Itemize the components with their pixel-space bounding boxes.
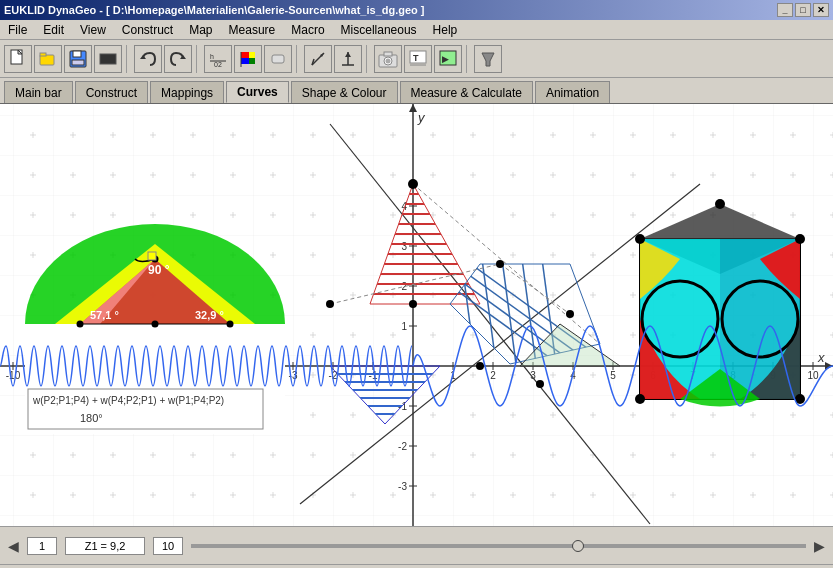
tab-construct[interactable]: Construct (75, 81, 148, 103)
svg-text:h: h (210, 53, 214, 60)
menu-measure[interactable]: Measure (225, 21, 280, 39)
svg-text:3: 3 (401, 241, 407, 252)
eraser-tool[interactable] (264, 45, 292, 73)
arrow-tool-1[interactable] (304, 45, 332, 73)
menu-edit[interactable]: Edit (39, 21, 68, 39)
slider-track (191, 544, 806, 548)
label-tool[interactable]: h 02 (204, 45, 232, 73)
svg-point-165 (536, 380, 544, 388)
menu-view[interactable]: View (76, 21, 110, 39)
svg-rect-6 (73, 51, 81, 57)
tab-animation[interactable]: Animation (535, 81, 610, 103)
slider-current-label: Z1 = 9,2 (65, 537, 145, 555)
svg-text:-2: -2 (398, 441, 407, 452)
svg-text:-10: -10 (6, 370, 21, 381)
redo-button[interactable] (164, 45, 192, 73)
slider-area: ◀ 1 Z1 = 9,2 10 ▶ (0, 526, 833, 564)
svg-rect-15 (241, 58, 249, 64)
tab-mappings[interactable]: Mappings (150, 81, 224, 103)
svg-text:57,1 °: 57,1 ° (90, 309, 119, 321)
svg-point-164 (476, 362, 484, 370)
svg-point-174 (635, 234, 645, 244)
svg-rect-29 (384, 52, 392, 56)
toolbar-separator-1 (126, 45, 130, 73)
svg-rect-14 (241, 52, 249, 58)
slider-track-container[interactable] (191, 536, 806, 556)
slider-min-value: 1 (27, 537, 57, 555)
svg-rect-112 (148, 252, 156, 260)
svg-text:-1: -1 (369, 370, 378, 381)
save-button[interactable] (64, 45, 92, 73)
svg-text:10: 10 (807, 370, 819, 381)
svg-text:x: x (817, 350, 825, 365)
open-button[interactable] (34, 45, 62, 73)
close-button[interactable]: ✕ (813, 3, 829, 17)
svg-text:-3: -3 (398, 481, 407, 492)
svg-marker-24 (345, 52, 351, 57)
arrow-tool-2[interactable] (334, 45, 362, 73)
undo-button[interactable] (134, 45, 162, 73)
svg-point-163 (409, 300, 417, 308)
svg-point-161 (496, 260, 504, 268)
svg-text:180°: 180° (80, 412, 103, 424)
tab-curves[interactable]: Curves (226, 81, 289, 103)
tab-main-bar[interactable]: Main bar (4, 81, 73, 103)
svg-point-162 (566, 310, 574, 318)
new-button[interactable] (4, 45, 32, 73)
main-canvas-svg: y x -10 -9 -8 -7 -6 -5 -4 -3 -2 (0, 104, 833, 526)
svg-marker-35 (482, 53, 494, 66)
slider-right-arrow[interactable]: ▶ (814, 538, 825, 554)
svg-point-176 (635, 394, 645, 404)
slider-max-value: 10 (153, 537, 183, 555)
titlebar-title: EUKLID DynaGeo - [ D:\Homepage\Materiali… (4, 4, 425, 16)
svg-text:90 °: 90 ° (148, 263, 170, 277)
svg-text:32,9 °: 32,9 ° (195, 309, 224, 321)
svg-text:▶: ▶ (442, 54, 449, 64)
svg-text:2: 2 (490, 370, 496, 381)
titlebar: EUKLID DynaGeo - [ D:\Homepage\Materiali… (0, 0, 833, 20)
svg-text:w(P2;P1;P4) + w(P4;P2;P1) + w(: w(P2;P1;P4) + w(P4;P2;P1) + w(P1;P4;P2) (32, 395, 224, 406)
statusbar: 9,45 : 7,96 Drag mode (0, 564, 833, 568)
svg-rect-16 (249, 52, 255, 58)
svg-point-178 (715, 199, 725, 209)
menu-miscellaneous[interactable]: Miscellaneous (337, 21, 421, 39)
marker-tool[interactable] (234, 45, 262, 73)
menu-help[interactable]: Help (429, 21, 462, 39)
svg-rect-4 (40, 53, 46, 56)
menubar: File Edit View Construct Map Measure Mac… (0, 20, 833, 40)
maximize-button[interactable]: □ (795, 3, 811, 17)
camera-tool[interactable] (374, 45, 402, 73)
tab-measure-calculate[interactable]: Measure & Calculate (400, 81, 533, 103)
dark-rect-tool[interactable] (94, 45, 122, 73)
svg-point-175 (795, 234, 805, 244)
text-tool[interactable]: T (404, 45, 432, 73)
toolbar: h 02 (0, 40, 833, 78)
window-controls: _ □ ✕ (777, 3, 829, 17)
menu-macro[interactable]: Macro (287, 21, 328, 39)
svg-text:5: 5 (610, 370, 616, 381)
canvas-area[interactable]: y x -10 -9 -8 -7 -6 -5 -4 -3 -2 (0, 104, 833, 526)
svg-text:1: 1 (401, 321, 407, 332)
minimize-button[interactable]: _ (777, 3, 793, 17)
svg-text:02: 02 (214, 61, 222, 68)
svg-rect-19 (272, 55, 284, 63)
svg-point-166 (408, 179, 418, 189)
tab-bar: Main bar Construct Mappings Curves Shape… (0, 78, 833, 104)
svg-rect-17 (249, 58, 255, 64)
export-tool[interactable]: ▶ (434, 45, 462, 73)
toolbar-separator-3 (296, 45, 300, 73)
funnel-tool[interactable] (474, 45, 502, 73)
toolbar-separator-2 (196, 45, 200, 73)
svg-point-160 (326, 300, 334, 308)
slider-left-arrow[interactable]: ◀ (8, 538, 19, 554)
slider-thumb[interactable] (572, 540, 584, 552)
menu-map[interactable]: Map (185, 21, 216, 39)
menu-construct[interactable]: Construct (118, 21, 177, 39)
tab-shape-colour[interactable]: Shape & Colour (291, 81, 398, 103)
toolbar-separator-5 (466, 45, 470, 73)
svg-rect-7 (72, 60, 84, 65)
menu-file[interactable]: File (4, 21, 31, 39)
toolbar-separator-4 (366, 45, 370, 73)
svg-point-28 (386, 58, 391, 63)
svg-rect-8 (100, 54, 116, 64)
